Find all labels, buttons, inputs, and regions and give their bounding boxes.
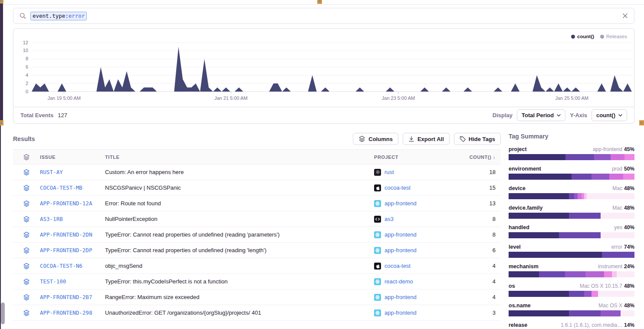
tag-bar-segment[interactable] xyxy=(591,174,609,180)
table-row[interactable]: AS3-1RBNullPointerExceptionas38 xyxy=(13,211,501,227)
tag-bar-segment[interactable] xyxy=(559,232,601,238)
tag-bar-segment[interactable] xyxy=(509,252,602,258)
selection-handle-bottom-left[interactable] xyxy=(0,120,3,125)
yaxis-dropdown[interactable]: count() xyxy=(591,109,627,121)
tag-distribution-bar[interactable] xyxy=(509,271,634,277)
tag-bar-segment[interactable] xyxy=(572,174,591,180)
column-header-issue[interactable]: ISSUE xyxy=(40,155,105,160)
project-link[interactable]: cocoa-test xyxy=(384,263,411,269)
project-link[interactable]: app-frontend xyxy=(384,231,417,238)
tag-bar-segment[interactable] xyxy=(585,271,605,277)
tag-bar-segment[interactable] xyxy=(569,213,601,219)
issue-stack-icon[interactable] xyxy=(23,231,30,238)
tag-bar-segment[interactable] xyxy=(509,291,569,297)
selection-handle-top-left[interactable] xyxy=(0,0,3,3)
table-row[interactable]: COCOA-TEST-MBNSCGSPanicv | NSCGSPaniccoc… xyxy=(13,180,501,196)
issue-link[interactable]: APP-FRONTEND-12A xyxy=(40,200,105,207)
tag-bar-segment[interactable] xyxy=(509,174,572,180)
tag-distribution-bar[interactable] xyxy=(509,174,634,180)
issue-stack-icon[interactable] xyxy=(23,294,30,301)
tag-bar-segment[interactable] xyxy=(624,154,634,160)
table-row[interactable]: RUST-AYCustom: An error happens hererust… xyxy=(13,164,501,180)
issue-link[interactable]: TEST-100 xyxy=(40,278,105,285)
tag-bar-segment[interactable] xyxy=(509,310,569,316)
tag-bar-segment[interactable] xyxy=(621,310,634,316)
columns-button[interactable]: Columns xyxy=(353,133,398,145)
table-row[interactable]: APP-FRONTEND-298UnauthorizedError: GET /… xyxy=(13,305,501,321)
issue-link[interactable]: COCOA-TEST-N6 xyxy=(40,263,105,269)
issue-link[interactable]: RUST-AY xyxy=(40,169,105,175)
tag-bar-segment[interactable] xyxy=(569,193,574,199)
tag-bar-segment[interactable] xyxy=(565,154,595,160)
table-row[interactable]: COCOA-TEST-N6objc_msgSendcocoa-test4 xyxy=(13,258,501,274)
tag-bar-segment[interactable] xyxy=(623,174,634,180)
issue-stack-icon[interactable] xyxy=(23,263,30,270)
project-link[interactable]: app-frontend xyxy=(384,200,417,207)
issue-stack-icon[interactable] xyxy=(23,200,30,207)
selection-handle-bottom-right[interactable] xyxy=(639,120,644,125)
tag-bar-segment[interactable] xyxy=(594,154,611,160)
issue-link[interactable]: AS3-1RB xyxy=(40,216,105,222)
table-row[interactable]: APP-FRONTEND-2DPTypeError: Cannot read p… xyxy=(13,243,501,258)
issue-link[interactable]: COCOA-TEST-MB xyxy=(40,184,105,191)
tag-bar-segment[interactable] xyxy=(617,271,634,277)
issue-link[interactable]: APP-FRONTEND-2DN xyxy=(40,231,105,238)
tag-bar-segment[interactable] xyxy=(609,174,623,180)
tag-bar-segment[interactable] xyxy=(569,310,601,316)
tag-bar-segment[interactable] xyxy=(604,271,611,277)
tag-bar-segment[interactable] xyxy=(574,193,578,199)
tag-bar-segment[interactable] xyxy=(569,291,584,297)
tag-distribution-bar[interactable] xyxy=(509,213,634,219)
tag-distribution-bar[interactable] xyxy=(509,252,634,258)
tag-bar-segment[interactable] xyxy=(509,232,559,238)
project-link[interactable]: cocoa-test xyxy=(384,184,411,191)
issue-stack-icon[interactable] xyxy=(23,216,30,223)
table-row[interactable]: APP-FRONTEND-12AError: Route not foundap… xyxy=(13,196,501,211)
tag-bar-segment[interactable] xyxy=(509,154,565,160)
issue-stack-icon[interactable] xyxy=(23,278,30,285)
left-scrollbar-thumb[interactable] xyxy=(1,303,5,324)
project-link[interactable]: app-frontend xyxy=(384,294,417,300)
tag-bar-segment[interactable] xyxy=(578,193,582,199)
count-area-chart[interactable]: 121086420Jan 19 5:00 AMJan 21 5:00 AMJan… xyxy=(13,37,634,107)
search-bar[interactable]: event.type:error xyxy=(13,8,634,24)
tag-distribution-bar[interactable] xyxy=(509,310,634,316)
tag-bar-segment[interactable] xyxy=(601,310,621,316)
selection-handle-top-center[interactable] xyxy=(317,0,322,4)
project-link[interactable]: as3 xyxy=(384,216,394,222)
tag-distribution-bar[interactable] xyxy=(509,154,634,160)
tag-bar-segment[interactable] xyxy=(591,291,598,297)
issue-stack-icon[interactable] xyxy=(23,184,30,191)
hide-tags-button[interactable]: Hide Tags xyxy=(454,133,501,145)
search-query-token[interactable]: event.type:error xyxy=(30,12,87,20)
tag-bar-segment[interactable] xyxy=(587,193,634,199)
tag-bar-segment[interactable] xyxy=(601,213,634,219)
tag-bar-segment[interactable] xyxy=(602,252,634,258)
tag-distribution-bar[interactable] xyxy=(509,193,634,199)
tag-bar-segment[interactable] xyxy=(584,291,591,297)
table-row[interactable]: APP-FRONTEND-2DNTypeError: Cannot read p… xyxy=(13,227,501,243)
column-header-count[interactable]: COUNT()↓ xyxy=(464,154,501,160)
tag-bar-segment[interactable] xyxy=(565,271,585,277)
clear-search-icon[interactable] xyxy=(622,13,628,19)
issue-stack-icon[interactable] xyxy=(23,309,30,316)
tag-distribution-bar[interactable] xyxy=(509,232,634,238)
column-header-project[interactable]: PROJECT xyxy=(374,155,464,160)
issue-link[interactable]: APP-FRONTEND-298 xyxy=(40,309,105,316)
project-link[interactable]: app-frontend xyxy=(384,247,417,253)
tag-bar-segment[interactable] xyxy=(598,291,634,297)
issue-link[interactable]: APP-FRONTEND-2DP xyxy=(40,247,105,253)
table-row[interactable]: TEST-100TypeError: this.myCodeIsPerfect … xyxy=(13,274,501,290)
display-dropdown[interactable]: Total Period xyxy=(517,109,565,121)
project-link[interactable]: rust xyxy=(384,169,394,175)
tag-bar-segment[interactable] xyxy=(612,271,617,277)
issue-stack-icon[interactable] xyxy=(23,169,30,176)
tag-bar-segment[interactable] xyxy=(509,193,569,199)
table-row[interactable]: APP-FRONTEND-2B7RangeError: Maximum size… xyxy=(13,290,501,305)
tag-bar-segment[interactable] xyxy=(601,232,634,238)
tag-bar-segment[interactable] xyxy=(509,271,539,277)
export-all-button[interactable]: Export All xyxy=(403,133,450,145)
tag-distribution-bar[interactable] xyxy=(509,291,634,297)
tag-bar-segment[interactable] xyxy=(509,213,569,219)
project-link[interactable]: react-demo xyxy=(384,278,413,285)
